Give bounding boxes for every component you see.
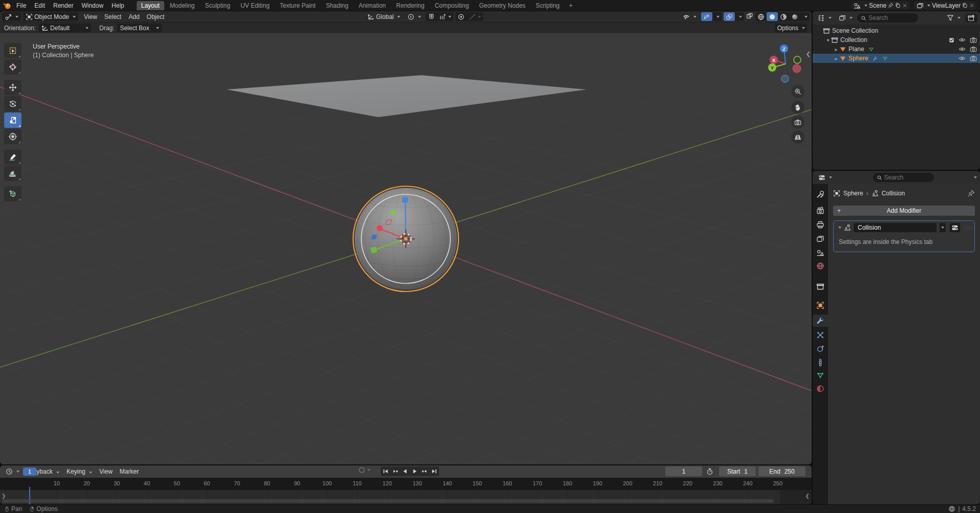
pivot-point-dropdown[interactable] bbox=[405, 12, 424, 21]
wrench-icon[interactable] bbox=[873, 56, 878, 61]
outliner-row-collection[interactable]: ▾Collection bbox=[813, 35, 980, 44]
orientation-dropdown[interactable]: Default bbox=[39, 24, 91, 32]
properties-tab-constraints[interactable] bbox=[813, 356, 828, 369]
properties-tab-render[interactable] bbox=[813, 205, 828, 217]
stopwatch-icon[interactable] bbox=[706, 468, 713, 475]
shading-wireframe-button[interactable] bbox=[755, 12, 767, 21]
tool-rotate[interactable] bbox=[4, 96, 21, 111]
workspace-tab-rendering[interactable]: Rendering bbox=[391, 1, 429, 10]
workspace-tab-layout[interactable]: Layout bbox=[137, 1, 164, 10]
tool-cursor[interactable] bbox=[4, 59, 21, 75]
item-label[interactable]: Sphere bbox=[848, 55, 868, 62]
zoom-button[interactable] bbox=[791, 85, 804, 98]
tool-move[interactable] bbox=[4, 80, 21, 95]
menu-help[interactable]: Help bbox=[107, 1, 128, 10]
view-layer-selector[interactable]: ViewLayer ✕ bbox=[914, 1, 977, 10]
options-dropdown[interactable]: Options bbox=[775, 24, 808, 32]
outliner-filter-type-dropdown[interactable] bbox=[836, 14, 855, 23]
gizmo-dropdown[interactable] bbox=[712, 12, 722, 21]
show-overlays-toggle[interactable] bbox=[724, 12, 735, 21]
pin-id-icon[interactable] bbox=[968, 190, 975, 197]
axis-neg-x-ball[interactable] bbox=[793, 64, 801, 73]
tool-transform[interactable] bbox=[4, 129, 21, 144]
breadcrumb-object[interactable]: Sphere bbox=[843, 190, 863, 197]
xray-toggle[interactable] bbox=[746, 12, 753, 21]
perspective-toggle-button[interactable] bbox=[791, 130, 804, 144]
properties-tab-view-layer[interactable] bbox=[813, 233, 828, 245]
timeline-menu-view[interactable]: View bbox=[96, 467, 116, 476]
auto-keying-toggle[interactable] bbox=[358, 466, 371, 474]
item-label[interactable]: Scene Collection bbox=[832, 27, 878, 34]
properties-tab-collection[interactable] bbox=[813, 280, 828, 293]
modifier-name-field[interactable]: Collision bbox=[854, 223, 937, 232]
pin-scene-icon[interactable] bbox=[888, 3, 894, 8]
snap-settings-dropdown[interactable] bbox=[437, 12, 453, 21]
tool-select-box[interactable] bbox=[4, 43, 21, 58]
gizmo-x-handle[interactable] bbox=[377, 225, 383, 231]
workspace-tab-sculpting[interactable]: Sculpting bbox=[201, 1, 235, 10]
gizmo-y-handle[interactable] bbox=[371, 247, 377, 253]
modifier-drag-handle[interactable]: :::: bbox=[964, 225, 971, 230]
new-scene-icon[interactable] bbox=[895, 3, 901, 8]
item-label[interactable]: Plane bbox=[848, 46, 864, 53]
shading-rendered-button[interactable] bbox=[789, 12, 800, 21]
workspace-tab-compositing[interactable]: Compositing bbox=[430, 1, 473, 10]
viewport-canvas[interactable]: Z X Y User Perspective (1) Collection | … bbox=[0, 33, 812, 464]
jump-start-button[interactable] bbox=[381, 466, 390, 476]
add-workspace-button[interactable]: + bbox=[565, 2, 577, 9]
disable-render-icon[interactable] bbox=[970, 55, 977, 62]
tool-measure[interactable] bbox=[4, 166, 21, 181]
axis-neg-z-ball[interactable] bbox=[781, 75, 789, 82]
tool-annotate[interactable] bbox=[4, 149, 21, 165]
transform-orientation-dropdown[interactable]: Global bbox=[365, 12, 403, 21]
new-collection-button[interactable] bbox=[965, 14, 977, 23]
workspace-tab-texture-paint[interactable]: Texture Paint bbox=[275, 1, 320, 10]
breadcrumb-item[interactable]: Collision bbox=[882, 190, 905, 197]
current-frame-field[interactable]: 1 bbox=[665, 466, 702, 476]
timeline-menu-marker[interactable]: Marker bbox=[116, 467, 142, 476]
outliner-row-plane[interactable]: ▸Plane bbox=[813, 44, 980, 54]
next-keyframe-button[interactable] bbox=[420, 466, 429, 476]
properties-tab-world[interactable] bbox=[813, 260, 828, 272]
mesh-data-icon[interactable] bbox=[868, 47, 874, 52]
menu-window[interactable]: Window bbox=[77, 1, 107, 10]
proportional-edit-toggle[interactable] bbox=[455, 12, 467, 21]
timeline-scrollbar[interactable] bbox=[2, 499, 774, 503]
filter-dropdown[interactable] bbox=[944, 14, 963, 23]
jump-end-button[interactable] bbox=[429, 466, 439, 476]
properties-editor-type-button[interactable] bbox=[816, 173, 835, 182]
item-label[interactable]: Collection bbox=[840, 36, 867, 43]
new-view-layer-icon[interactable] bbox=[962, 3, 968, 8]
pan-button[interactable] bbox=[791, 101, 804, 114]
shading-dropdown[interactable] bbox=[800, 12, 810, 21]
hide-eye-icon[interactable] bbox=[959, 46, 966, 53]
sidebar-collapse-icon[interactable]: ❮ bbox=[806, 51, 811, 57]
hide-eye-icon[interactable] bbox=[959, 36, 966, 43]
workspace-tab-modeling[interactable]: Modeling bbox=[165, 1, 200, 10]
menu-file[interactable]: File bbox=[12, 1, 30, 10]
properties-tab-tool[interactable] bbox=[813, 188, 828, 200]
tool-scale[interactable] bbox=[4, 113, 21, 128]
scene-3d[interactable]: Z X Y bbox=[0, 33, 812, 464]
add-modifier-button[interactable]: + Add Modifier bbox=[833, 206, 975, 216]
play-reverse-button[interactable] bbox=[400, 466, 410, 476]
viewport-menu-view[interactable]: View bbox=[80, 12, 101, 21]
outliner-row-scene-collection[interactable]: Scene Collection bbox=[813, 26, 980, 35]
menu-edit[interactable]: Edit bbox=[30, 1, 49, 10]
timeline-left-edge-icon[interactable]: ❯ bbox=[2, 493, 6, 499]
overlays-dropdown[interactable] bbox=[735, 12, 744, 21]
panel-expand-icon[interactable] bbox=[838, 227, 841, 229]
modifier-display-toggles[interactable] bbox=[950, 223, 960, 232]
falloff-dropdown[interactable] bbox=[467, 12, 483, 21]
properties-tab-material[interactable] bbox=[813, 383, 828, 395]
outliner-row-sphere[interactable]: ▸Sphere bbox=[813, 54, 980, 63]
hide-eye-icon[interactable] bbox=[959, 55, 966, 62]
properties-tab-particles[interactable] bbox=[813, 329, 828, 341]
properties-options-dropdown[interactable] bbox=[974, 176, 977, 179]
display-mode-dropdown[interactable] bbox=[815, 14, 834, 23]
play-button[interactable] bbox=[410, 466, 420, 476]
mesh-data-icon[interactable] bbox=[882, 56, 888, 61]
workspace-tab-geometry-nodes[interactable]: Geometry Nodes bbox=[474, 1, 530, 10]
show-gizmo-toggle[interactable] bbox=[701, 12, 712, 21]
modifier-extras-dropdown[interactable] bbox=[940, 223, 946, 232]
